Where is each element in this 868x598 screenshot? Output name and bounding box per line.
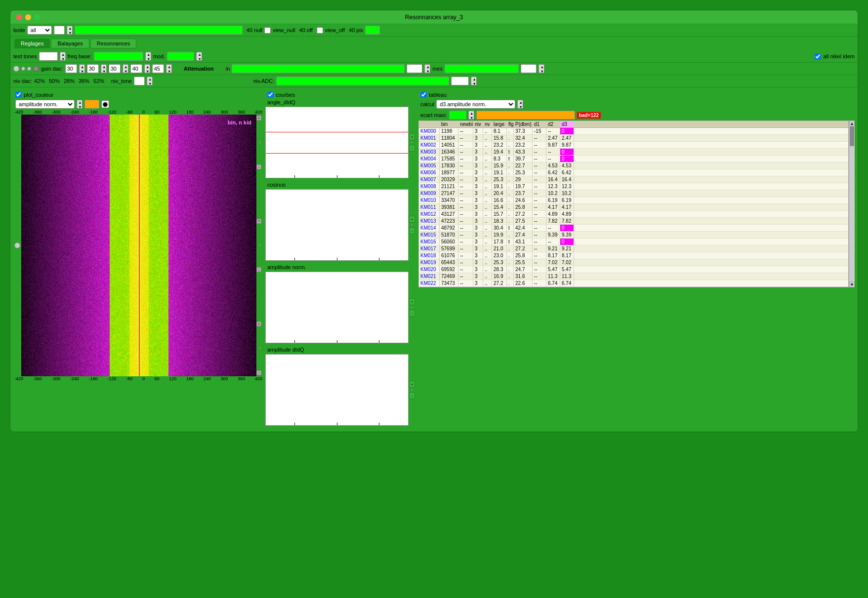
cell-km[interactable]: KM022 xyxy=(419,280,440,286)
niv-tone-value[interactable] xyxy=(134,77,145,85)
plot-couleur-checkbox[interactable] xyxy=(15,91,22,98)
cell-km[interactable]: KM007 xyxy=(419,176,440,183)
knob[interactable] xyxy=(14,242,20,248)
didq-scroll-down[interactable]: - xyxy=(409,392,415,399)
didq-scroll-up[interactable]: + xyxy=(409,381,415,388)
mes-value[interactable] xyxy=(445,64,519,73)
freq-base-value[interactable]: 1,885000 GHz xyxy=(94,52,143,61)
attn-stepper[interactable]: ▲▼ xyxy=(424,64,430,73)
amplitude-dropdown[interactable]: amplitude norm. xyxy=(15,100,75,109)
gain5[interactable] xyxy=(152,64,164,73)
angle-scroll-up[interactable]: + xyxy=(409,133,415,140)
all-nikel-checkbox[interactable] xyxy=(815,53,821,60)
cell-km[interactable]: KM011 xyxy=(419,204,440,210)
cell-km[interactable]: KM014 xyxy=(419,225,440,231)
ecart-value[interactable] xyxy=(449,111,466,120)
attenuation-db[interactable]: 0 dB xyxy=(407,64,422,73)
null-stepper[interactable]: ▲ ▼ xyxy=(67,26,73,35)
cell-km[interactable]: KM003 xyxy=(419,149,440,155)
cell-km[interactable]: KM016 xyxy=(419,239,440,245)
pix-input[interactable] xyxy=(365,26,380,35)
attenuation-in[interactable] xyxy=(232,64,405,73)
mes-db[interactable]: 0 dB xyxy=(521,64,537,73)
maximize-button[interactable] xyxy=(34,14,40,20)
cos-scroll-down[interactable]: - xyxy=(409,227,415,234)
niv-adc-value[interactable] xyxy=(276,77,449,85)
cell-km[interactable]: KM000 xyxy=(419,128,440,134)
cell-km[interactable]: KM001 xyxy=(419,135,440,141)
niv-adc-pct[interactable]: 44 % xyxy=(451,77,469,85)
gain4-stepper[interactable]: ▲▼ xyxy=(144,64,150,73)
cell-km[interactable]: KM018 xyxy=(419,252,440,259)
view-off-checkbox[interactable] xyxy=(317,27,323,34)
boite-select[interactable]: all xyxy=(27,26,52,35)
gain4[interactable] xyxy=(130,64,142,73)
spec-scroll-down3[interactable]: - xyxy=(256,370,261,375)
cell-km[interactable]: KM005 xyxy=(419,162,440,169)
niv-tone-stepper[interactable]: ▲▼ xyxy=(147,77,153,85)
cell-km[interactable]: KM002 xyxy=(419,142,440,148)
null-input[interactable]: 0 xyxy=(54,26,65,35)
courbes-checkbox[interactable] xyxy=(267,91,274,98)
gain2[interactable] xyxy=(87,64,99,73)
cell-km[interactable]: KM006 xyxy=(419,169,440,176)
tones-stepper[interactable]: ▲ ▼ xyxy=(60,52,66,61)
cell-km[interactable]: KM010 xyxy=(419,197,440,203)
tab-balayages[interactable]: Balayages xyxy=(51,39,89,48)
middle-panel: courbes angle_dIdQ + xyxy=(264,89,417,430)
gain1-stepper[interactable]: ▲▼ xyxy=(79,64,85,73)
table-scroll-up[interactable]: ▲ xyxy=(849,120,855,126)
expand-btn[interactable]: ⬤ xyxy=(101,100,109,108)
long-bar-input[interactable] xyxy=(75,26,243,35)
cell-km[interactable]: KM012 xyxy=(419,211,440,217)
ecart-bar[interactable] xyxy=(476,111,575,120)
spec-scroll-up3[interactable]: + xyxy=(256,321,261,326)
mod-stepper[interactable]: ▲ ▼ xyxy=(196,52,202,61)
gain5-stepper[interactable]: ▲▼ xyxy=(166,64,172,73)
tab-reglages[interactable]: Reglages xyxy=(14,39,50,48)
null-up[interactable]: ▲ xyxy=(67,26,73,31)
spec-scroll-down[interactable]: - xyxy=(256,164,261,169)
null-down[interactable]: ▼ xyxy=(67,31,73,35)
calcul-dropdown[interactable]: d3.amplitude norm. xyxy=(436,100,515,109)
mes-stepper[interactable]: ▲▼ xyxy=(538,64,544,73)
close-button[interactable] xyxy=(16,14,22,20)
spec-scroll-down2[interactable]: - xyxy=(256,267,261,272)
cos-scroll-up[interactable]: + xyxy=(409,216,415,223)
amp-stepper[interactable]: ▲▼ xyxy=(77,100,83,109)
cell-km[interactable]: KM021 xyxy=(419,273,440,279)
cell-km[interactable]: KM013 xyxy=(419,218,440,224)
tones-value[interactable]: 300 t xyxy=(39,52,58,61)
amp-scroll-up[interactable]: + xyxy=(409,298,415,305)
angle-scroll-down[interactable]: - xyxy=(409,145,415,152)
niv-adc-stepper[interactable]: ▲▼ xyxy=(471,77,477,85)
ecart-stepper[interactable]: ▲▼ xyxy=(468,111,474,120)
cell-km[interactable]: KM019 xyxy=(419,259,440,266)
orange-val[interactable]: 0 xyxy=(84,100,99,109)
gain3[interactable] xyxy=(109,64,121,73)
plot-ampdidq: amplitude dIdQ + ♥ - xyxy=(265,346,416,427)
cell-km[interactable]: KM008 xyxy=(419,183,440,190)
amp-scroll-down[interactable]: - xyxy=(409,310,415,317)
freq-stepper[interactable]: ▲ ▼ xyxy=(145,52,151,61)
gain3-stepper[interactable]: ▲▼ xyxy=(123,64,128,73)
minimize-button[interactable] xyxy=(25,14,31,20)
cell-km[interactable]: KM009 xyxy=(419,190,440,197)
tab-resonnances[interactable]: Resonnances xyxy=(90,39,136,48)
niv3: 28% xyxy=(64,78,75,84)
gain1[interactable] xyxy=(65,64,77,73)
traffic-lights xyxy=(16,14,40,20)
calcul-stepper[interactable]: ▲▼ xyxy=(517,100,523,109)
tableau-checkbox[interactable] xyxy=(420,91,427,98)
gain2-stepper[interactable]: ▲▼ xyxy=(101,64,107,73)
cell-km[interactable]: KM004 xyxy=(419,156,440,162)
view-null-checkbox[interactable] xyxy=(264,27,271,34)
cell-km[interactable]: KM015 xyxy=(419,232,440,238)
spec-scroll-up2[interactable]: + xyxy=(256,219,261,224)
spec-scroll-up[interactable]: + xyxy=(256,116,261,120)
cell-km[interactable]: KM020 xyxy=(419,266,440,273)
mod-value[interactable]: 10,0 kHz xyxy=(167,52,194,61)
table-scroll-down[interactable]: ▼ xyxy=(849,281,855,287)
cell-km[interactable]: KM017 xyxy=(419,245,440,252)
table-scrollbar[interactable]: ▲ ▼ xyxy=(849,120,855,287)
